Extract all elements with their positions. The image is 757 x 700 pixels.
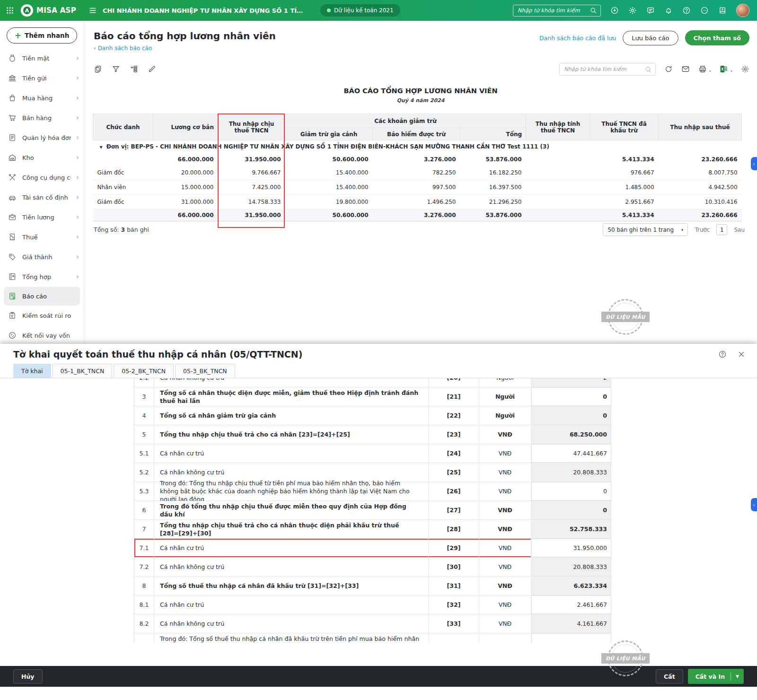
- sidebar-item-13[interactable]: Báo cáo: [4, 287, 80, 306]
- page-title: Báo cáo tổng hợp lương nhân viên: [94, 30, 276, 42]
- download-icon[interactable]: [610, 6, 619, 15]
- sidebar-item-label: Báo cáo: [22, 293, 76, 300]
- tab-05-3-bk-tncn[interactable]: 05-3_BK_TNCN: [175, 364, 235, 378]
- copy-icon[interactable]: [94, 65, 102, 73]
- sidebar-item-9[interactable]: Tiền lương ›: [0, 207, 84, 227]
- row-code: [33]: [429, 614, 479, 633]
- row-value[interactable]: 0: [531, 482, 611, 500]
- sidebar-item-2[interactable]: Tiền gửi ›: [0, 68, 84, 88]
- sidebar-item-1[interactable]: Tiền mặt ›: [0, 48, 84, 68]
- prev-page-button[interactable]: Trước: [695, 227, 710, 233]
- table-row[interactable]: Giám đốc31.000.00014.758.33319.800.0001.…: [93, 195, 742, 210]
- row-value[interactable]: [531, 633, 611, 643]
- declaration-table: 2.2 Cá nhân không cư trú [20] Người 23 T…: [134, 378, 611, 643]
- save-report-button[interactable]: Lưu báo cáo: [623, 31, 678, 45]
- sidebar-item-label: Quản lý hóa đơn: [22, 134, 71, 141]
- search-icon[interactable]: [589, 6, 598, 15]
- sidebar-item-12[interactable]: Tổng hợp ›: [0, 267, 84, 287]
- asset-icon: [8, 192, 17, 202]
- tools-icon: [8, 173, 17, 182]
- cancel-button[interactable]: Hủy: [13, 669, 43, 683]
- declaration-row-3: 3 Tổng số cá nhân thuộc diện được miễn, …: [134, 387, 611, 406]
- save-button[interactable]: Cất: [656, 669, 683, 683]
- table-settings-icon[interactable]: [741, 65, 749, 73]
- current-page[interactable]: 1: [716, 224, 727, 235]
- user-avatar[interactable]: [736, 4, 749, 17]
- choose-params-button[interactable]: Chọn tham số: [685, 30, 750, 45]
- row-value[interactable]: 47.441.667: [531, 444, 611, 463]
- table-search-input[interactable]: [560, 63, 655, 75]
- global-search-input[interactable]: [513, 5, 600, 16]
- sidebar-item-4[interactable]: Bán hàng ›: [0, 108, 84, 128]
- next-page-button[interactable]: Sau: [734, 227, 745, 233]
- sidebar-item-6[interactable]: Kho ›: [0, 148, 84, 167]
- bell-icon[interactable]: [664, 6, 673, 15]
- table-row[interactable]: Nhân viên15.000.0007.425.00015.400.00099…: [93, 180, 742, 195]
- declaration-row-5: 5 Tổng thu nhập chịu thuế trả cho cá nhâ…: [134, 425, 611, 444]
- apps-grid-icon[interactable]: [6, 6, 14, 15]
- quick-add-button[interactable]: + Thêm nhanh: [7, 27, 77, 44]
- row-code: [30]: [429, 558, 479, 576]
- print-icon[interactable]: [698, 65, 707, 73]
- sidebar-item-8[interactable]: Tài sản cố định ›: [0, 187, 84, 207]
- more-icon[interactable]: [700, 6, 709, 15]
- sidebar-item-10[interactable]: Thuế ›: [0, 227, 84, 247]
- sidebar-item-15[interactable]: Kết nối vay vốn: [0, 325, 84, 344]
- sidebar-item-7[interactable]: Công cụ dụng cụ ›: [0, 167, 84, 187]
- close-icon[interactable]: [737, 350, 746, 359]
- sidebar-item-5[interactable]: Quản lý hóa đơn ›: [0, 128, 84, 148]
- save-and-print-button[interactable]: Cất và In ▼: [688, 669, 744, 684]
- chat-icon[interactable]: [646, 6, 655, 15]
- page-size-select[interactable]: 50 bản ghi trên 1 trang▾: [603, 223, 688, 236]
- gear-icon[interactable]: [628, 6, 637, 15]
- sample-data-stamp: DỮ LIỆU MẪU: [607, 299, 643, 335]
- row-code: [429, 633, 479, 643]
- row-unit: Người: [479, 406, 531, 425]
- row-code: [22]: [429, 406, 479, 425]
- row-value: 2: [531, 378, 611, 387]
- chevron-down-icon[interactable]: ▼: [731, 674, 744, 679]
- collapse-flap-modal[interactable]: ‹: [751, 498, 757, 511]
- print-caret-icon[interactable]: ▾: [709, 69, 711, 73]
- refresh-icon[interactable]: [664, 65, 673, 73]
- accounting-data-badge[interactable]: Dữ liệu kế toán 2021: [320, 4, 400, 17]
- sidebar-item-label: Công cụ dụng cụ: [22, 174, 71, 181]
- handbook-icon[interactable]: [718, 6, 727, 15]
- add-row-icon[interactable]: [130, 65, 138, 73]
- filter-icon[interactable]: [112, 65, 120, 73]
- question-icon[interactable]: [682, 6, 691, 15]
- mail-icon[interactable]: [681, 65, 690, 73]
- table-search: [559, 63, 656, 76]
- row-value[interactable]: 0: [531, 387, 611, 406]
- row-index: 5.3: [134, 482, 154, 500]
- tab-05-2-bk-tncn[interactable]: 05-2_BK_TNCN: [114, 364, 174, 378]
- row-index: 5.1: [134, 444, 154, 463]
- declaration-row-8.1: 8.1 Cá nhân cư trú [32] VNĐ 2.461.667: [134, 595, 611, 614]
- row-description: Tổng thu nhập chịu thuế trả cho cá nhân …: [154, 425, 429, 444]
- sidebar-item-14[interactable]: Kiểm soát rủi ro: [0, 306, 84, 325]
- table-row[interactable]: Giám đốc20.000.0009.766.66715.400.000782…: [93, 166, 742, 180]
- company-name[interactable]: CHI NHÁNH DOANH NGHIỆP TƯ NHÂN XÂY DỰNG …: [103, 7, 306, 14]
- help-icon[interactable]: [718, 350, 727, 359]
- sidebar-item-11[interactable]: Giá thành ›: [0, 247, 84, 267]
- row-description: Trong đó tổng thu nhập chịu thuế được mi…: [154, 501, 429, 519]
- group-row[interactable]: ▼Đơn vị: BEP-PS - CHI NHÁNH DOANH NGHIỆP…: [93, 140, 742, 153]
- collapse-flap-report[interactable]: ‹: [751, 157, 757, 170]
- report-table-wrap: Chức danh Lương cơ bản Thu nhập chịu thu…: [93, 114, 741, 221]
- excel-export-icon[interactable]: [720, 65, 728, 73]
- excel-caret-icon[interactable]: ▾: [731, 69, 732, 73]
- breadcrumb-report-list[interactable]: ‹ Danh sách báo cáo: [94, 45, 152, 52]
- misa-logo[interactable]: A MISA ASP: [21, 4, 76, 17]
- sidebar-item-3[interactable]: Mua hàng ›: [0, 88, 84, 108]
- row-value[interactable]: 31.950.000: [531, 539, 611, 557]
- hamburger-menu-icon[interactable]: [88, 6, 97, 15]
- saved-reports-link[interactable]: Danh sách báo cáo đã lưu: [539, 35, 616, 42]
- tab-t-khai[interactable]: Tờ khai: [13, 364, 51, 378]
- search-icon[interactable]: [644, 65, 652, 74]
- warehouse-icon: [8, 153, 17, 162]
- tab-05-1-bk-tncn[interactable]: 05-1_BK_TNCN: [53, 364, 113, 378]
- row-value[interactable]: 2.461.667: [531, 595, 611, 614]
- row-index: 5.2: [134, 463, 154, 481]
- row-value: 4.161.667: [531, 614, 611, 633]
- edit-pencil-icon[interactable]: [148, 65, 156, 73]
